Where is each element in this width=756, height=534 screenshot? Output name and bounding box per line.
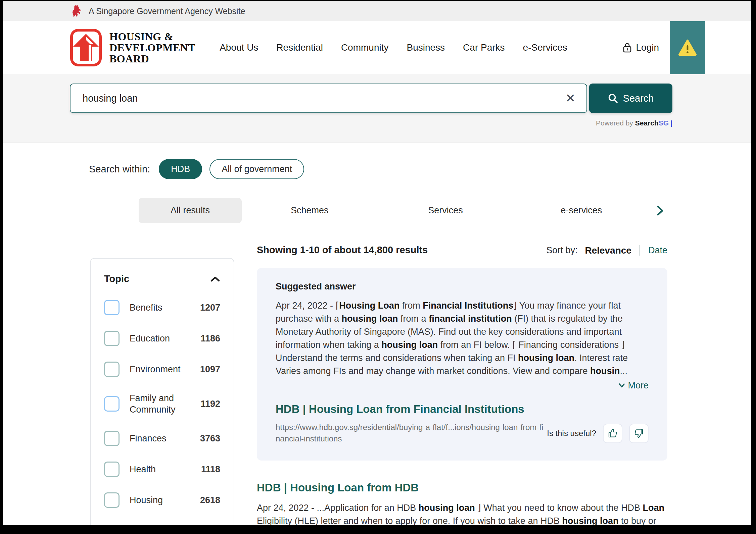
filter-count: 1192 — [200, 399, 220, 409]
search-input[interactable] — [70, 84, 587, 113]
filter-item[interactable]: Benefits 1207 — [104, 300, 220, 315]
filter-label: Finances — [130, 433, 190, 444]
sort-control: Sort by: Relevance Date — [546, 245, 667, 256]
search-button-label: Search — [623, 93, 654, 104]
filter-count: 1186 — [200, 333, 220, 344]
warning-icon — [678, 39, 697, 56]
filter-count: 1097 — [200, 364, 220, 375]
powered-by-prefix: Powered by — [596, 119, 633, 127]
suggested-result-url: https://www.hdb.gov.sg/residential/buyin… — [276, 422, 547, 444]
filter-list: Benefits 1207 Education 1186 Environment… — [104, 300, 220, 525]
filter-count: 3763 — [200, 433, 220, 444]
lock-icon — [623, 42, 632, 53]
filter-item[interactable]: Education 1186 — [104, 331, 220, 346]
filter-label: Education — [130, 333, 190, 344]
searchsg-brand-blue: SG — [659, 119, 669, 127]
suggested-answer-title: Suggested answer — [276, 281, 649, 292]
more-link[interactable]: More — [618, 380, 649, 391]
nav-item[interactable]: Community — [341, 42, 389, 53]
search-result: HDB | Housing Loan from HDB Apr 24, 2022… — [257, 481, 667, 526]
page: A Singapore Government Agency Website HO… — [3, 1, 751, 525]
nav-item[interactable]: Business — [407, 42, 445, 53]
thumbs-up-button[interactable] — [603, 424, 622, 443]
filter-checkbox[interactable] — [104, 396, 120, 412]
results-column: Showing 1-10 of about 14,800 results Sor… — [257, 245, 667, 525]
nav-item[interactable]: About Us — [220, 42, 258, 53]
sort-label: Sort by: — [546, 245, 577, 256]
search-icon — [608, 93, 618, 103]
notification-tile[interactable] — [670, 21, 705, 74]
filter-label: Housing — [130, 494, 190, 506]
filter-item[interactable]: Environment 1097 — [104, 362, 220, 377]
useful-control: Is this useful? — [547, 424, 649, 443]
filter-label: Benefits — [130, 302, 190, 313]
result-tab[interactable]: Services — [378, 198, 514, 223]
search-scope-label: Search within: — [89, 164, 150, 175]
clear-search-icon[interactable]: ✕ — [562, 90, 578, 106]
filter-sidebar: Topic Benefits 1207 Education — [90, 258, 234, 525]
suggested-answer-snippet: Apr 24, 2022 - ⌈Housing Loan from Financ… — [276, 299, 649, 378]
results-summary: Showing 1-10 of about 14,800 results — [257, 245, 428, 256]
filter-label: Health — [130, 464, 191, 475]
thumbs-down-icon — [634, 428, 644, 438]
gov-banner-text: A Singapore Government Agency Website — [89, 6, 245, 16]
filter-label: Jobs, Business and Economy — [130, 523, 195, 525]
searchsg-brand-bar: | — [670, 119, 672, 127]
filter-checkbox[interactable] — [104, 492, 120, 508]
filter-header[interactable]: Topic — [104, 273, 220, 284]
chevron-right-icon — [656, 205, 664, 216]
search-button[interactable]: Search — [589, 84, 672, 113]
filter-item[interactable]: Housing 2618 — [104, 492, 220, 508]
result-tab[interactable]: Schemes — [242, 198, 378, 223]
result-title[interactable]: HDB | Housing Loan from HDB — [257, 481, 667, 494]
search-scope-options: HDB All of government — [159, 159, 304, 179]
filter-item[interactable]: Family and Community 1192 — [104, 392, 220, 415]
result-tab[interactable]: e-services — [513, 198, 649, 223]
thumbs-down-button[interactable] — [629, 424, 649, 443]
scope-pill[interactable]: HDB — [159, 159, 202, 179]
login-label: Login — [636, 42, 659, 53]
filter-checkbox[interactable] — [104, 362, 120, 377]
nav-item[interactable]: e-Services — [523, 42, 567, 53]
sg-lion-icon — [73, 5, 83, 17]
tabs-next-button[interactable] — [649, 205, 664, 216]
nav-item[interactable]: Car Parks — [463, 42, 505, 53]
powered-by: Powered by SearchSG| — [70, 119, 672, 127]
filter-count: 1118 — [201, 464, 220, 475]
filter-title: Topic — [104, 273, 129, 284]
chevron-down-icon — [618, 383, 625, 388]
site-header: HOUSING & DEVELOPMENT BOARD About Us Res… — [3, 21, 751, 74]
nav-item[interactable]: Residential — [276, 42, 323, 53]
result-snippet: Apr 24, 2022 - ...Application for an HDB… — [257, 501, 667, 526]
gov-banner: A Singapore Government Agency Website — [3, 1, 751, 21]
filter-item[interactable]: Health 1118 — [104, 462, 220, 477]
suggested-result-title[interactable]: HDB | Housing Loan from Financial Instit… — [276, 403, 547, 416]
suggested-result: HDB | Housing Loan from Financial Instit… — [276, 403, 547, 444]
main-nav: About Us Residential Community Business … — [220, 42, 567, 53]
useful-label: Is this useful? — [547, 429, 596, 438]
hdb-logo[interactable]: HOUSING & DEVELOPMENT BOARD — [70, 29, 195, 67]
filter-checkbox[interactable] — [104, 300, 120, 315]
filter-item[interactable]: Finances 3763 — [104, 431, 220, 446]
search-section: ✕ Search Powered by SearchSG| — [3, 74, 751, 143]
sort-option[interactable]: Date — [640, 245, 667, 256]
suggested-answer-card: Suggested answer Apr 24, 2022 - ⌈Housing… — [257, 268, 667, 461]
filter-checkbox[interactable] — [104, 462, 120, 477]
login-button[interactable]: Login — [623, 42, 659, 53]
searchsg-brand-black: Search — [635, 119, 659, 127]
filter-count: 1207 — [200, 303, 220, 313]
filter-count: 2618 — [200, 495, 220, 505]
result-tabs: All results Schemes Services e-services — [139, 198, 664, 223]
hdb-logo-icon — [70, 29, 102, 67]
thumbs-up-icon — [608, 428, 618, 438]
search-scope-row: Search within: HDB All of government — [89, 159, 751, 179]
sort-option[interactable]: Relevance — [585, 245, 631, 256]
filter-label: Environment — [130, 364, 190, 375]
filter-checkbox[interactable] — [104, 431, 120, 446]
search-input-wrap: ✕ — [70, 84, 587, 113]
filter-checkbox[interactable] — [104, 331, 120, 346]
filter-item[interactable]: Jobs, Business and Economy 999 — [104, 523, 220, 525]
scope-pill[interactable]: All of government — [209, 159, 304, 179]
hdb-logo-text: HOUSING & DEVELOPMENT BOARD — [109, 31, 195, 64]
result-tab[interactable]: All results — [139, 198, 242, 223]
